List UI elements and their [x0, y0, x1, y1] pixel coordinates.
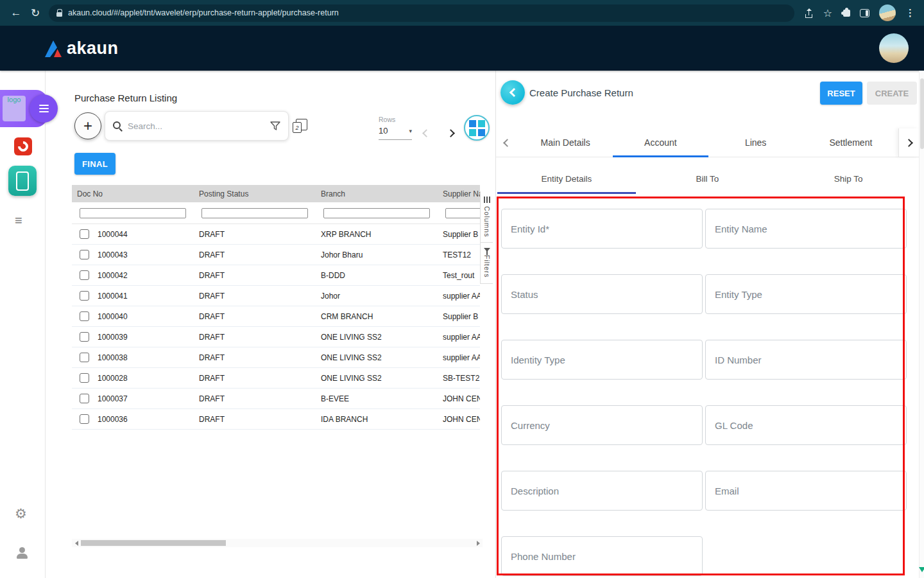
cell-doc-no: 1000037	[98, 394, 128, 403]
row-checkbox[interactable]	[80, 373, 89, 383]
table-row[interactable]: 1000041 DRAFT Johor supplier AA	[72, 286, 480, 306]
table-row[interactable]: 1000036 DRAFT IDA BRANCH JOHN CENA	[72, 409, 480, 430]
tab-item[interactable]: Lines	[708, 128, 803, 157]
subtab-item[interactable]: Bill To	[637, 164, 778, 194]
filter-input-doc-no[interactable]	[80, 208, 186, 218]
column-header-posting-status[interactable]: Posting Status	[194, 189, 316, 198]
form-field[interactable]: Email	[705, 471, 907, 511]
rows-value[interactable]: 10 ▾	[379, 126, 412, 140]
browser-reload-icon[interactable]: ↻	[26, 6, 45, 20]
workspace-logo-pill[interactable]: logo	[0, 90, 47, 127]
form-field[interactable]: Entity Id*	[501, 209, 703, 249]
scroll-right-arrow-icon[interactable]	[474, 541, 483, 546]
back-button[interactable]	[501, 80, 525, 105]
table-row[interactable]: 1000042 DRAFT B-DDD Test_rout	[72, 265, 480, 286]
profile-icon[interactable]	[17, 547, 28, 559]
column-header-doc-no[interactable]: Doc No	[72, 189, 194, 198]
horizontal-scroll-thumb[interactable]	[81, 540, 226, 546]
filter-input-posting-status[interactable]	[201, 208, 308, 218]
columns-tool[interactable]: Columns	[483, 191, 491, 242]
pdf-app-icon[interactable]	[14, 137, 32, 155]
form-field[interactable]: Description	[501, 471, 703, 511]
tab-item[interactable]: Main Details	[518, 128, 613, 157]
column-header-branch[interactable]: Branch	[316, 189, 438, 198]
form-field[interactable]: Status	[501, 274, 703, 314]
horizontal-scrollbar[interactable]	[72, 539, 483, 547]
table-row[interactable]: 1000028 DRAFT ONE LIVING SS2 SB-TEST2	[72, 368, 480, 389]
tabs-scroll-right-button[interactable]	[898, 128, 919, 157]
table-row[interactable]: 1000044 DRAFT XRP BRANCH Supplier B	[72, 224, 480, 245]
url-text: akaun.cloud/#/applet/tnt/wavelet/erp/pur…	[68, 8, 339, 17]
form-field[interactable]: Identity Type	[501, 340, 703, 380]
form-field[interactable]: Currency	[501, 405, 703, 445]
table-row[interactable]: 1000043 DRAFT Johor Bharu TEST12	[72, 245, 480, 265]
form-field[interactable]: Entity Name	[705, 209, 907, 249]
form-field[interactable]: Entity Type	[705, 274, 907, 314]
row-checkbox[interactable]	[80, 229, 89, 239]
cell-supplier: Supplier B	[438, 312, 480, 321]
chevron-left-icon	[509, 88, 518, 97]
share-icon[interactable]	[805, 8, 814, 18]
vertical-scroll-thumb[interactable]	[920, 78, 924, 149]
akaun-logo[interactable]: akaun	[45, 40, 119, 57]
browser-profile-avatar[interactable]	[879, 4, 896, 21]
filter-input-branch[interactable]	[323, 208, 430, 218]
rows-per-page-select[interactable]: Rows 10 ▾	[379, 116, 415, 140]
table-row[interactable]: 1000040 DRAFT CRM BRANCH Supplier B	[72, 306, 480, 327]
left-sidebar: logo ≡ ⚙	[0, 71, 46, 578]
grid-view-button[interactable]	[464, 115, 490, 141]
column-header-supplier[interactable]: Supplier Name	[438, 189, 480, 198]
cell-branch: ONE LIVING SS2	[316, 333, 438, 342]
row-checkbox[interactable]	[80, 394, 89, 403]
cell-doc-no: 1000040	[98, 312, 128, 321]
columns-icon	[484, 197, 490, 203]
row-checkbox[interactable]	[80, 250, 89, 259]
table-row[interactable]: 1000038 DRAFT ONE LIVING SS2 supplier AA	[72, 347, 480, 368]
mobile-app-icon[interactable]	[8, 166, 37, 196]
table-row[interactable]: 1000037 DRAFT B-EVEE JOHN CENA	[72, 389, 480, 409]
cell-supplier: supplier AA	[438, 292, 480, 301]
side-panel-icon[interactable]	[860, 9, 869, 17]
add-button[interactable]: +	[74, 112, 101, 139]
gear-icon[interactable]: ⚙	[15, 506, 27, 521]
vertical-scrollbar[interactable]	[919, 71, 924, 578]
tab-item[interactable]: Settlement	[803, 128, 898, 157]
cell-doc-no: 1000041	[98, 292, 128, 301]
row-checkbox[interactable]	[80, 291, 89, 301]
browser-back-icon[interactable]: ←	[6, 6, 26, 19]
form-field[interactable]: Phone Number	[501, 536, 703, 576]
row-checkbox[interactable]	[80, 353, 89, 362]
search-input[interactable]: Search...	[105, 111, 289, 141]
filters-tool[interactable]: Filters	[483, 243, 491, 283]
tabs-scroll-left-button[interactable]	[496, 128, 518, 157]
scroll-down-arrow-icon[interactable]	[919, 567, 924, 572]
list-icon[interactable]: ≡	[15, 213, 22, 228]
table-row[interactable]: 1000039 DRAFT ONE LIVING SS2 supplier AA	[72, 327, 480, 347]
row-checkbox[interactable]	[80, 311, 89, 321]
sidebar-menu-button[interactable]	[30, 94, 58, 123]
form-field[interactable]: ID Number	[705, 340, 907, 380]
scroll-left-arrow-icon[interactable]	[72, 541, 81, 546]
final-filter-button[interactable]: FINAL	[74, 153, 116, 175]
cell-posting-status: DRAFT	[194, 312, 316, 321]
sub-tabs: Entity Details Bill To Ship To	[496, 164, 919, 194]
extensions-icon[interactable]	[843, 10, 850, 17]
filter-funnel-icon[interactable]	[270, 121, 280, 130]
row-checkbox[interactable]	[80, 414, 89, 424]
row-checkbox[interactable]	[80, 332, 89, 342]
subtab-item[interactable]: Ship To	[778, 164, 919, 194]
browser-menu-icon[interactable]: ⋮	[905, 7, 915, 19]
tab-item[interactable]: Account	[613, 128, 708, 157]
user-avatar[interactable]	[879, 33, 909, 63]
pagination-next-button[interactable]	[448, 127, 454, 139]
create-button[interactable]: CREATE	[867, 82, 917, 105]
address-bar[interactable]: akaun.cloud/#/applet/tnt/wavelet/erp/pur…	[49, 4, 794, 22]
row-checkbox[interactable]	[80, 270, 89, 280]
copy-icon[interactable]: 2	[293, 119, 307, 134]
filter-input-supplier[interactable]	[445, 208, 481, 218]
pagination-prev-button[interactable]	[424, 127, 429, 139]
form-field[interactable]: GL Code	[705, 405, 907, 445]
reset-button[interactable]: RESET	[820, 82, 862, 105]
subtab-item[interactable]: Entity Details	[496, 164, 637, 194]
bookmark-star-icon[interactable]: ☆	[823, 7, 832, 19]
